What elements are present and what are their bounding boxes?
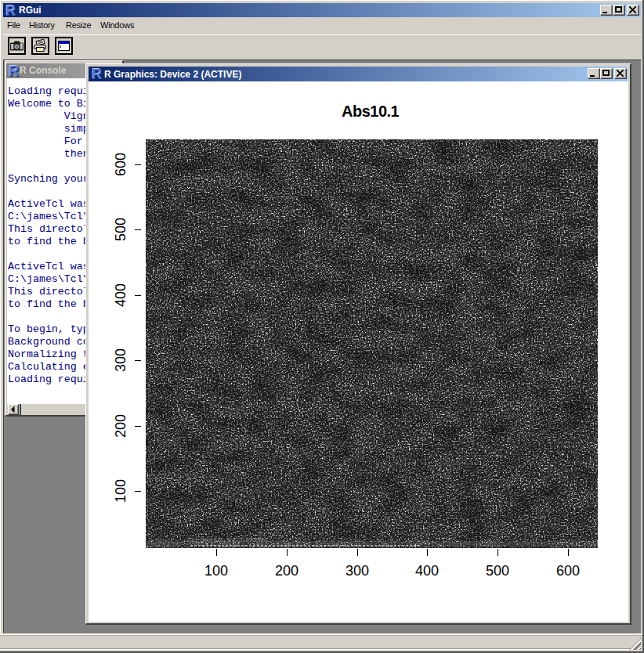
svg-text:R: R (5, 4, 16, 17)
svg-text:R: R (9, 64, 19, 78)
svg-text:CALSCHIP MICROARRAY: CALSCHIP MICROARRAY (186, 536, 273, 543)
svg-text:R: R (92, 67, 102, 81)
